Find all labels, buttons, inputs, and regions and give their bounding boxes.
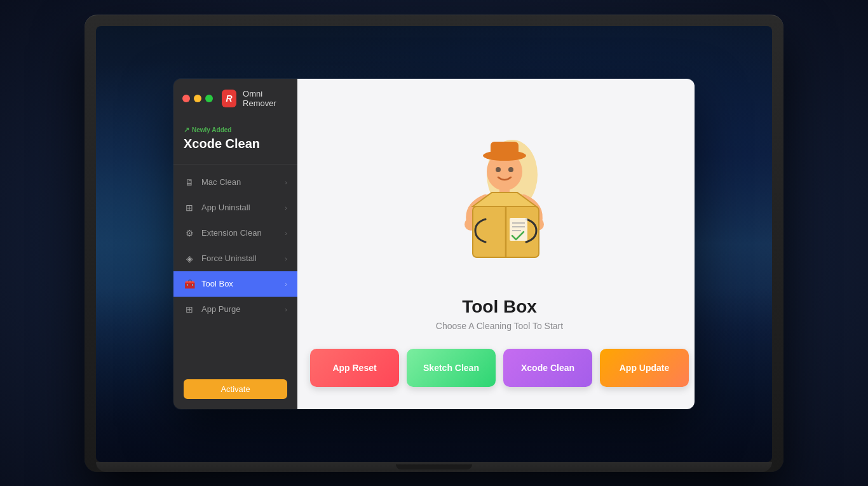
app-uninstall-label: App Uninstall — [201, 203, 250, 212]
svg-point-4 — [496, 167, 501, 172]
app-uninstall-icon: ⊞ — [184, 202, 195, 213]
extension-clean-label: Extension Clean — [201, 228, 262, 238]
newly-added-badge: Newly Added — [184, 126, 287, 134]
app-logo: R — [222, 90, 236, 107]
tool-box-icon: 🧰 — [184, 278, 195, 290]
laptop-bottom — [96, 462, 772, 472]
force-uninstall-label: Force Uninstall — [201, 253, 257, 263]
tool-box-label: Tool Box — [201, 279, 233, 288]
app-window: R Omni Remover Newly Added Xcode Clean 🖥 — [173, 79, 695, 409]
laptop-outer: R Omni Remover Newly Added Xcode Clean 🖥 — [85, 15, 783, 472]
activate-button[interactable]: Activate — [184, 379, 287, 399]
app-purge-label: App Purge — [201, 304, 240, 314]
chevron-icon: › — [285, 204, 287, 212]
minimize-button[interactable] — [194, 95, 201, 102]
illustration-area — [430, 98, 569, 290]
main-title: Tool Box — [462, 297, 537, 317]
svg-rect-3 — [491, 142, 519, 158]
featured-section: Newly Added Xcode Clean — [173, 118, 297, 165]
nav-items: 🖥 Mac Clean › ⊞ App Uninstall › ⚙ Extens… — [173, 165, 297, 369]
sidebar-item-force-uninstall[interactable]: ◈ Force Uninstall › — [173, 246, 297, 271]
laptop-notch — [396, 464, 472, 469]
featured-title: Xcode Clean — [184, 137, 287, 151]
title-bar: R Omni Remover — [173, 79, 297, 118]
app-purge-icon: ⊞ — [184, 304, 195, 315]
traffic-lights — [182, 95, 213, 102]
close-button[interactable] — [182, 95, 190, 102]
activate-section: Activate — [173, 369, 297, 409]
sketch-clean-button[interactable]: Sketch Clean — [407, 349, 496, 387]
sidebar-item-app-uninstall[interactable]: ⊞ App Uninstall › — [173, 195, 297, 220]
tool-buttons-container: App Reset Sketch Clean Xcode Clean App U… — [310, 349, 689, 387]
toolbox-illustration — [430, 124, 569, 264]
wallpaper: R Omni Remover Newly Added Xcode Clean 🖥 — [96, 26, 772, 462]
sidebar-item-tool-box[interactable]: 🧰 Tool Box › — [173, 271, 297, 297]
xcode-clean-button[interactable]: Xcode Clean — [503, 349, 592, 387]
sidebar-item-extension-clean[interactable]: ⚙ Extension Clean › — [173, 220, 297, 246]
maximize-button[interactable] — [205, 95, 213, 102]
main-subtitle: Choose A Cleaning Tool To Start — [436, 321, 563, 331]
sidebar-item-mac-clean[interactable]: 🖥 Mac Clean › — [173, 170, 297, 195]
sidebar-item-app-purge[interactable]: ⊞ App Purge › — [173, 297, 297, 322]
mac-clean-label: Mac Clean — [201, 177, 241, 187]
force-uninstall-icon: ◈ — [184, 253, 195, 264]
app-reset-button[interactable]: App Reset — [310, 349, 399, 387]
chevron-icon: › — [285, 255, 287, 262]
extension-clean-icon: ⚙ — [184, 227, 195, 239]
app-update-button[interactable]: App Update — [600, 349, 689, 387]
svg-point-5 — [508, 167, 513, 172]
chevron-icon: › — [285, 280, 287, 288]
sidebar: R Omni Remover Newly Added Xcode Clean 🖥 — [173, 79, 297, 409]
main-content: Tool Box Choose A Cleaning Tool To Start… — [297, 79, 695, 409]
chevron-icon: › — [285, 229, 287, 237]
app-name-label: Omni Remover — [243, 89, 288, 108]
mac-clean-icon: 🖥 — [184, 177, 195, 188]
chevron-icon: › — [285, 306, 287, 313]
screen-bezel: R Omni Remover Newly Added Xcode Clean 🖥 — [96, 26, 772, 462]
chevron-icon: › — [285, 179, 287, 186]
